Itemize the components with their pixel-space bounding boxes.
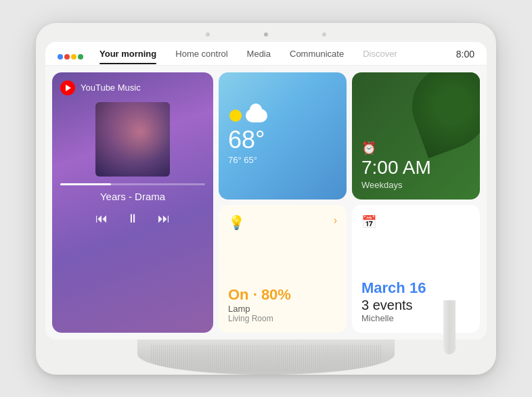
camera-dot-center bbox=[264, 32, 268, 37]
progress-bar-fill bbox=[60, 183, 111, 185]
nav-item-home-control[interactable]: Home control bbox=[166, 49, 237, 64]
song-title: Years - Drama bbox=[60, 191, 205, 202]
temperature: 68° bbox=[228, 128, 337, 152]
camera-bar bbox=[45, 32, 487, 37]
screen: Your morning Home control Media Communic… bbox=[45, 42, 487, 340]
lamp-header: 💡 › bbox=[228, 214, 337, 231]
clock: 8:00 bbox=[456, 49, 474, 65]
lamp-card[interactable]: 💡 › On · 80% Lamp Living Room bbox=[219, 205, 347, 333]
alarm-time: 7:00 AM bbox=[361, 158, 470, 177]
music-controls: ⏮ ⏸ ⏭ bbox=[60, 212, 205, 226]
lamp-icon: 💡 bbox=[228, 214, 245, 231]
camera-dot-right bbox=[322, 32, 326, 37]
music-app-name: YouTube Music bbox=[81, 83, 141, 93]
nav-item-morning[interactable]: Your morning bbox=[90, 49, 166, 64]
temp-range: 76° 65° bbox=[228, 155, 337, 165]
calendar-date: March 16 bbox=[361, 279, 470, 297]
play-pause-button[interactable]: ⏸ bbox=[127, 212, 139, 226]
google-dot-red bbox=[64, 54, 70, 60]
nav-item-communicate[interactable]: Communicate bbox=[280, 49, 353, 64]
nav-item-media[interactable]: Media bbox=[238, 49, 280, 64]
google-dot-yellow bbox=[71, 54, 76, 60]
cloud-icon bbox=[246, 109, 267, 122]
nav-bar: Your morning Home control Media Communic… bbox=[45, 42, 487, 65]
device-frame: Your morning Home control Media Communic… bbox=[36, 23, 496, 375]
power-cable bbox=[443, 300, 456, 354]
lamp-room: Living Room bbox=[228, 314, 337, 323]
google-logo bbox=[58, 54, 83, 60]
alarm-card[interactable]: ⏰ 7:00 AM Weekdays bbox=[352, 72, 480, 200]
alarm-icon: ⏰ bbox=[361, 141, 470, 156]
music-card[interactable]: YouTube Music Years - Drama ⏮ ⏸ ⏭ bbox=[52, 72, 213, 333]
prev-button[interactable]: ⏮ bbox=[95, 212, 108, 226]
camera-dot-left bbox=[206, 32, 210, 37]
main-content: YouTube Music Years - Drama ⏮ ⏸ ⏭ bbox=[45, 66, 487, 340]
chevron-right-icon: › bbox=[334, 214, 337, 227]
alarm-days: Weekdays bbox=[361, 180, 470, 190]
album-art bbox=[95, 102, 170, 177]
nav-item-discover[interactable]: Discover bbox=[353, 49, 407, 64]
album-art-inner bbox=[95, 102, 170, 177]
music-header: YouTube Music bbox=[60, 80, 205, 95]
sun-icon bbox=[228, 106, 247, 125]
speaker-fabric bbox=[151, 345, 381, 372]
calendar-card[interactable]: 📅 March 16 3 events Michelle bbox=[352, 205, 480, 333]
next-button[interactable]: ⏭ bbox=[158, 212, 170, 226]
google-dot-green bbox=[78, 54, 83, 60]
nav-items: Your morning Home control Media Communic… bbox=[90, 49, 456, 64]
sun-circle bbox=[229, 110, 242, 122]
weather-card[interactable]: 68° 76° 65° bbox=[219, 72, 347, 200]
right-grid: 68° 76° 65° ⏰ 7:00 AM Weekdays 💡 › bbox=[219, 72, 480, 333]
lamp-name: Lamp bbox=[228, 304, 337, 314]
youtube-music-icon bbox=[60, 80, 75, 95]
lamp-status: On · 80% bbox=[228, 286, 337, 304]
weather-icon-row bbox=[228, 106, 337, 125]
google-dot-blue bbox=[58, 54, 63, 60]
calendar-icon: 📅 bbox=[361, 214, 470, 229]
speaker-base bbox=[137, 340, 395, 375]
progress-bar-container[interactable] bbox=[60, 183, 205, 185]
